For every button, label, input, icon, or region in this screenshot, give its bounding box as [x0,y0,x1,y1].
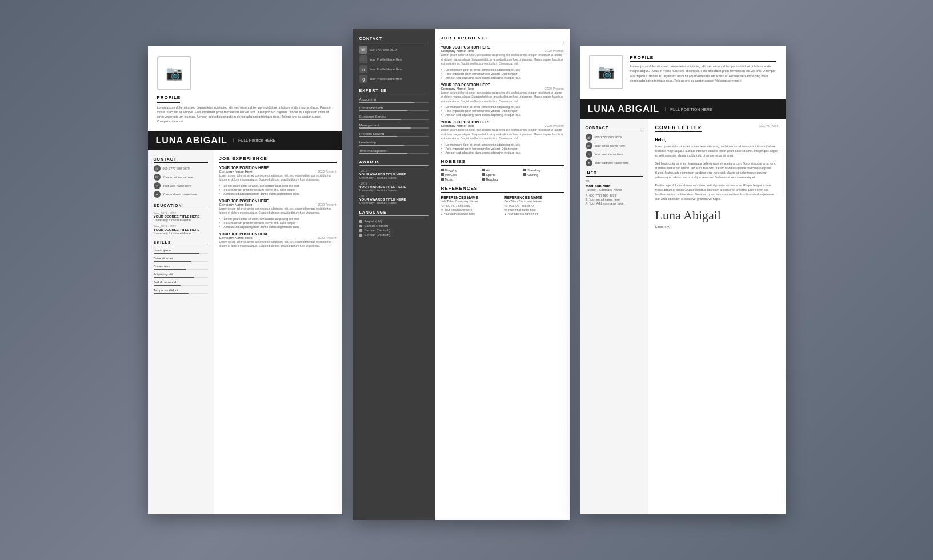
contact-web: ○ Your web name here [154,182,208,189]
web-icon: ○ [154,182,161,189]
job-entry: YOUR JOB POSITION HERE Company Name Here… [219,232,337,249]
expertise-name: Accounting [359,98,429,101]
skill-item: Lorem ipsum [154,249,208,254]
skills-container: Lorem ipsum Dolor sit amet Consectetur A… [154,249,208,294]
cover-title: COVER LETTER [655,125,702,132]
skill-fill [154,293,189,294]
ref-phone-icon-1: ☏ [441,204,445,207]
mid-phone-text: 000 7777 888 9879 [370,48,397,51]
company: Company Name Here [219,203,253,206]
skill-item: Adipiscing elit [154,273,208,278]
skill-name: Tempor incididunt [154,289,208,292]
info-to-pos: Position / Company Name [586,188,643,191]
ref-name-2: REFERENCES NAME [504,195,564,199]
hobby-dot [523,173,526,176]
mid-tw-icon: t [359,55,367,63]
c3-phone-text: 000 7777 888 9879 [595,135,622,139]
skill-item: Tempor incididunt [154,289,208,294]
job-mid-title: YOUR JOB POSITION HERE [441,120,564,124]
skill-bar [154,269,208,270]
ref-title-2: Job Title / Company Name [504,199,564,203]
bullet-mid: Lorem ipsum dolor sit amet, consectetur … [441,143,564,146]
profile-section-title-3: PROFILE [630,55,776,62]
web-text: Your web name here [163,184,192,187]
contact-phone: ☏ 000 7777 888 9879 [154,165,208,172]
date: 2020 Present [318,236,337,239]
mid-profile-1: t Your Profile Name Here [359,55,429,63]
mid-exp-title: JOB EXPERIENCE [441,35,564,42]
hobby-item: Traveling [523,169,563,172]
c3-phone: ☏ 000 7777 888 9879 [586,134,643,141]
company-mid: Company Name Here [441,49,474,53]
award-school: Univerisity / Institute Name [359,201,429,205]
expertise-name: Management [359,123,429,127]
expertise-name: Problem Solving [359,132,429,135]
date: 2020 Present [318,170,337,173]
bullet-mid: Felis imperdiet proin fermentum leo vel … [441,147,564,150]
sincerely: Sincerely, [655,225,779,229]
skill-fill [154,285,181,286]
bullet: Lorem ipsum dolor sit amet, consectetur … [219,217,337,221]
expertise-fill [359,119,401,120]
expertise-item: Management [359,123,429,129]
skill-item: Sed do eiusmod [154,281,208,286]
ref-title-1: Job Title / Company Name [441,199,500,203]
company: Company Name Here [219,170,253,173]
bullet-mid: Aenean sed adipiscing diam donec adipisc… [441,151,564,154]
photo-placeholder-3: 📷 [589,55,623,89]
expertise-bar [359,136,429,137]
company-mid: Company Name Here [441,87,474,90]
skill-item: Consectetur [154,265,208,270]
expertise-fill [359,127,411,129]
skills-title: SKILLS [154,241,208,246]
lang-item: Canada (French) [359,224,429,227]
job-entry: YOUR JOB POSITION HERE Company Name Here… [219,199,337,229]
hobby-item: Music [441,178,481,181]
company: Company Name Here [219,236,253,239]
expertise-fill [359,136,398,137]
job-desc: Lorem ipsum dolor sit amet, consectetur … [219,207,337,215]
edu-degree-1: YOUR DEGREE TITLE HERE [154,215,208,218]
lang-dot [359,234,362,237]
mid-ig-icon: ig [359,75,367,83]
job-line: Company Name Here 2020 Present [219,236,337,239]
mid-contact-title: CONTACT [359,37,429,42]
job-desc: Lorem ipsum dolor sit amet, consectetur … [219,174,337,182]
hobbies-container: Blogging Art Traveling Pet Care Sports G… [441,169,564,181]
expertise-container: Accounting Communication Customer Servic… [359,98,429,154]
job-mid-title: YOUR JOB POSITION HERE [441,83,564,87]
position-1: FULL Position HERE [233,138,275,142]
date: 2020 Present [318,203,337,206]
hobby-text: Music [445,178,453,181]
mid-profile-text-2: Your Profile Name Here [370,67,403,71]
job-desc-mid: Lorem ipsum dolor sit amet, consectetur … [441,128,564,141]
job-entry-mid: YOUR JOB POSITION HERE Company Name Here… [441,83,564,117]
expertise-bar [359,110,429,111]
hobby-text: Gaming [527,173,538,177]
awards-title: AWARDS [359,160,429,166]
job-entry-mid: YOUR JOB POSITION HERE Company Name Here… [441,120,564,154]
expertise-fill [359,110,408,111]
hobby-text: Sports [486,173,495,177]
info-addr: A: Your Address name here [586,202,643,205]
skill-item: Dolor sit amet [154,257,208,262]
education-title: EDUCATION [154,203,208,209]
lang-item: English (UK) [359,219,429,223]
lang-dot [359,225,362,227]
c3-email-icon: ✉ [586,142,592,149]
hobby-item: Reading [482,178,522,181]
expertise-name: Leadership [359,141,429,144]
camera-icon-3: 📷 [598,64,615,80]
language-title: LANGUAGE [359,210,429,216]
mid-li-icon: in [359,65,367,73]
references-title: REFERENCES [441,186,564,193]
bullet: Aenean sed adipiscing diam donec adipisc… [219,192,337,195]
bullet: Aenean sed adipiscing diam donec adipisc… [219,225,337,229]
profile-text: Lorem ipsum dolor sit amet, consectetur … [157,105,333,124]
expertise-bar [359,119,429,120]
edu-degree-2: YOUR DEGREE TITLE HERE [154,228,208,231]
c3-web-text: Your web name here [595,153,624,156]
expertise-name: Customer Service [359,115,429,118]
resume-card-1: 📷 PROFILE Lorem ipsum dolor sit amet, co… [148,46,342,514]
exp-title-1: JOB EXPERIENCE [219,156,337,163]
